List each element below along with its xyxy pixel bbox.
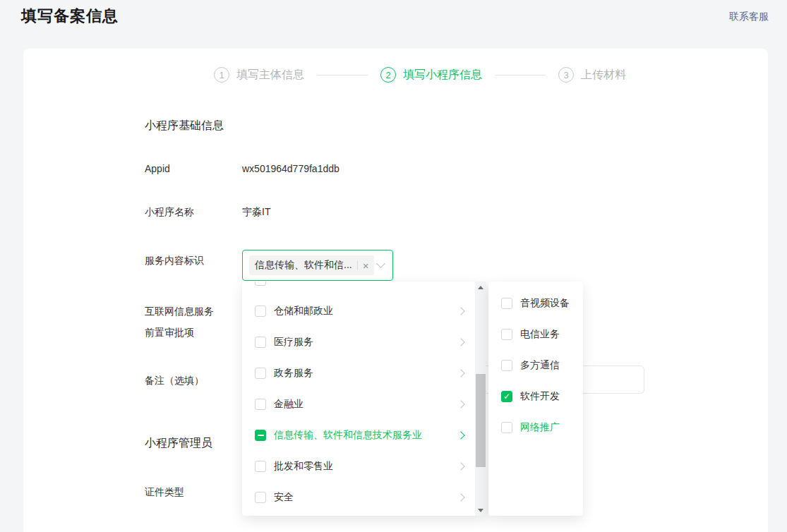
suboption-item[interactable]: 多方通信 [488,350,583,381]
checkbox-icon[interactable] [255,368,266,379]
chevron-right-icon[interactable] [457,431,464,439]
scrollbar-up-button[interactable] [475,282,486,293]
chevron-right-icon[interactable] [457,400,464,408]
scrollbar-down-button[interactable] [475,504,486,516]
main-card: 1 填写主体信息 2 填写小程序信息 3 上传材料 小程序基础信息 Appid … [23,49,768,532]
triangle-down-icon [478,509,483,512]
appid-label: Appid [145,158,170,179]
suboption-item-checked[interactable]: 软件开发 [488,381,583,412]
idtype-label: 证件类型 [145,481,184,502]
triangle-up-icon [478,286,483,289]
selected-tag-text: 信息传输、软件和信... [255,259,352,272]
page-title: 填写备案信息 [21,6,119,27]
suboption-item-label: 音视频设备 [520,297,572,310]
scrollbar[interactable] [475,282,486,516]
contact-support-link[interactable]: 联系客服 [729,11,769,23]
category-item[interactable]: 安全 [242,482,475,513]
checkbox-icon[interactable] [501,422,512,433]
suboption-item-label: 多方通信 [520,359,572,372]
chevron-right-icon[interactable] [457,369,464,377]
suboption-item[interactable]: 音视频设备 [488,288,583,319]
checkbox-indeterminate-icon[interactable] [255,430,266,441]
section-basic-info-title: 小程序基础信息 [145,118,224,133]
category-item-label: 信息传输、软件和信息技术服务业 [274,429,458,442]
chevron-right-icon[interactable] [457,338,464,346]
checkbox-icon[interactable] [255,492,266,503]
suboption-list: 音视频设备 电信业务 多方通信 软件开发 网络推广 [488,288,583,443]
tag-remove-icon[interactable]: × [363,260,369,271]
checkbox-icon[interactable] [501,298,512,309]
checkbox-checked-icon[interactable] [501,391,512,402]
checkbox-icon[interactable] [255,282,266,286]
service-content-select[interactable]: 信息传输、软件和信... × [242,250,393,281]
checkbox-icon[interactable] [255,399,266,410]
miniprogram-name-value: 宇淼IT [242,205,270,219]
category-item-label: 安全 [274,491,458,504]
category-item-label: 政务服务 [274,367,458,380]
preapproval-label: 互联网信息服务前置审批项 [145,301,218,343]
checkbox-icon[interactable] [255,337,266,348]
checkbox-icon[interactable] [255,306,266,317]
step-3-circle: 3 [558,67,574,83]
suboption-item[interactable]: 电信业务 [488,319,583,350]
category-item[interactable]: 医疗服务 [242,327,475,358]
category-item[interactable]: 批发和零售业 [242,451,475,482]
suboption-item-label: 网络推广 [520,421,572,434]
category-dropdown-panel: 仓储和邮政业 医疗服务 政务服务 金融业 [242,282,486,516]
step-2-circle: 2 [380,67,396,83]
step-3-upload-materials: 3 上传材料 [558,67,626,83]
chevron-right-icon[interactable] [457,462,464,470]
stepper: 1 填写主体信息 2 填写小程序信息 3 上传材料 [214,67,626,83]
step-2-miniprogram-info: 2 填写小程序信息 [380,67,482,83]
suboption-item-hover[interactable]: 网络推广 [488,412,583,443]
step-1-label: 填写主体信息 [236,68,304,83]
section-admin-title: 小程序管理员 [145,435,212,451]
step-3-label: 上传材料 [581,68,626,83]
category-item[interactable]: 金融业 [242,389,475,420]
checkbox-icon[interactable] [255,461,266,472]
category-item-label: 仓储和邮政业 [274,305,458,318]
chevron-down-icon[interactable] [376,259,385,268]
remark-label: 备注（选填） [145,370,204,391]
category-item[interactable]: 仓储和邮政业 [242,296,475,327]
step-connector [495,75,546,75]
chevron-right-icon[interactable] [457,493,464,501]
chevron-right-icon[interactable] [457,307,464,315]
category-item[interactable]: 政务服务 [242,358,475,389]
category-list: 仓储和邮政业 医疗服务 政务服务 金融业 [242,282,475,513]
appid-value: wx501964d779fa1ddb [242,162,340,176]
step-1-circle: 1 [214,67,229,83]
category-item-partial[interactable] [242,282,475,296]
step-2-label: 填写小程序信息 [403,68,482,83]
suboption-item-label: 电信业务 [520,328,572,341]
checkbox-icon[interactable] [501,360,512,371]
suboption-item-label: 软件开发 [520,390,572,403]
category-item-selected[interactable]: 信息传输、软件和信息技术服务业 [242,420,475,451]
suboption-dropdown-panel: 音视频设备 电信业务 多方通信 软件开发 网络推广 [488,282,583,516]
service-content-label: 服务内容标识 [145,250,204,271]
miniprogram-name-label: 小程序名称 [145,201,194,222]
tag-divider [357,260,358,270]
step-connector [317,75,368,75]
selected-tag: 信息传输、软件和信... × [249,255,374,275]
category-item-label: 医疗服务 [274,336,458,349]
screen: 填写备案信息 联系客服 1 填写主体信息 2 填写小程序信息 3 上传材料 小程… [0,0,787,532]
category-item-label: 金融业 [274,398,458,411]
category-item-label: 批发和零售业 [274,460,458,473]
checkbox-icon[interactable] [501,329,512,340]
scrollbar-thumb[interactable] [476,374,486,467]
step-1-subject-info: 1 填写主体信息 [214,67,304,83]
